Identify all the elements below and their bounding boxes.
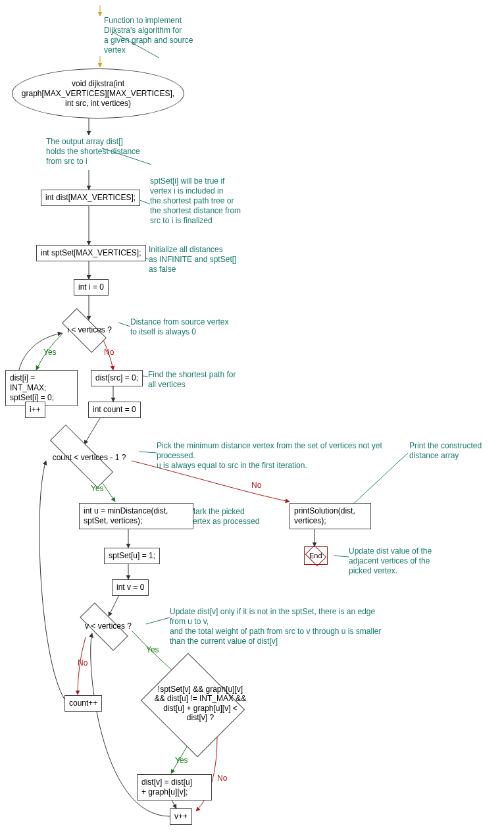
node-countpp: count++ <box>64 695 102 712</box>
node-i0: int i = 0 <box>74 279 109 296</box>
comment-sptset: sptSet[i] will be true if vertex i is in… <box>150 176 262 226</box>
comment-print: Print the constructed distance array <box>409 441 501 461</box>
comment-function: Function to implement Dijkstra's algorit… <box>104 16 213 55</box>
node-end: End <box>304 546 328 565</box>
node-count0: int count = 0 <box>88 402 141 418</box>
node-dist-decl: int dist[MAX_VERTICES]; <box>41 190 140 206</box>
node-signature-text: void dijkstra(int graph[MAX_VERTICES][MA… <box>22 79 174 109</box>
comment-updateadj: Update dist value of the adjacent vertic… <box>349 546 454 576</box>
edge-no-cond: No <box>217 774 227 783</box>
node-src0: dist[src] = 0; <box>91 370 143 386</box>
node-sptset-decl: int sptSet[MAX_VERTICES]; <box>36 245 146 261</box>
edge-yes-cond: Yes <box>175 756 188 765</box>
edge-no-v: No <box>78 658 88 668</box>
edge-yes-v: Yes <box>146 645 159 654</box>
node-init-body: dist[i] = INT_MAX; sptSet[i] = 0; <box>5 370 78 406</box>
comment-init: Initialize all distances as INFINITE and… <box>149 245 254 275</box>
node-print: printSolution(dist, vertices); <box>290 503 371 529</box>
edge-no-count: No <box>251 481 261 490</box>
comment-mark: Mark the picked vertex as processed <box>189 507 278 527</box>
comment-src0: Distance from source vertex to itself is… <box>130 317 252 337</box>
comment-pick: Pick the minimum distance vertex from th… <box>157 441 407 471</box>
edge-yes-i: Yes <box>43 348 57 357</box>
node-update: dist[v] = dist[u] + graph[u][v]; <box>137 774 212 801</box>
node-signature: void dijkstra(int graph[MAX_VERTICES][MA… <box>12 68 184 118</box>
comment-findall: Find the shortest path for all vertices <box>148 370 253 390</box>
node-ipp: i++ <box>25 402 45 418</box>
edge-no-i: No <box>104 348 114 357</box>
edge-yes-count: Yes <box>91 484 104 493</box>
node-mindist: int u = minDistance(dist, sptSet, vertic… <box>79 503 193 529</box>
node-vpp: v++ <box>170 808 192 825</box>
comment-updatev: Update dist[v] only if it is not in the … <box>170 607 420 646</box>
comment-dist: The output array dist[] holds the shorte… <box>46 137 164 167</box>
node-marku: sptSet[u] = 1; <box>104 548 160 564</box>
node-v0: int v = 0 <box>112 579 149 596</box>
node-end-text: End <box>309 552 322 560</box>
edges-layer <box>0 0 504 840</box>
